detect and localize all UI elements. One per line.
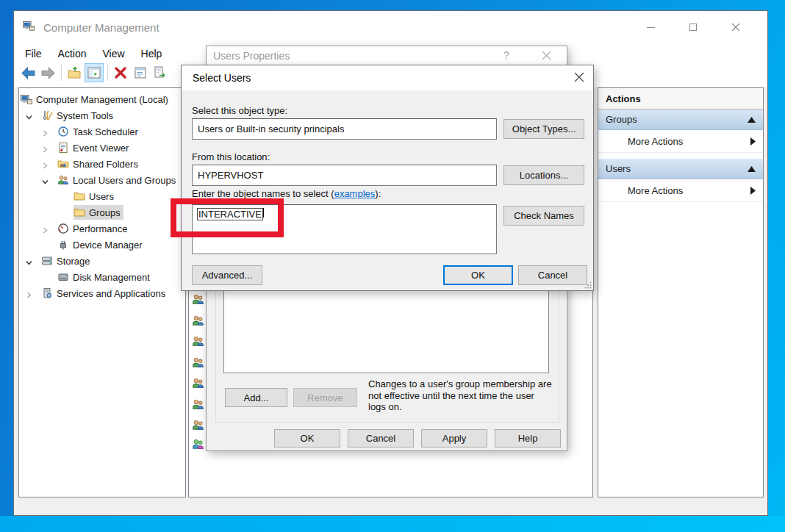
actions-pane-title: Actions [598, 88, 763, 109]
advanced-button[interactable]: Advanced... [192, 265, 262, 285]
close-icon [731, 23, 740, 32]
delete-x-icon [113, 65, 128, 80]
chevron-right-icon[interactable] [41, 159, 50, 168]
submenu-arrow-icon [750, 137, 756, 145]
desktop-bottom-strip [0, 516, 785, 532]
properties-icon [133, 65, 148, 80]
group-icon[interactable] [192, 438, 204, 450]
menu-bar: File Action View Help [17, 46, 170, 64]
group-icon[interactable] [192, 293, 204, 306]
cancel-button[interactable]: Cancel [518, 265, 587, 285]
groups-more-actions[interactable]: More Actions [598, 130, 763, 153]
dialog-help-button[interactable]: ? [499, 49, 514, 61]
menu-help[interactable]: Help [133, 46, 171, 64]
maximize-button[interactable] [672, 17, 714, 37]
tree-item-label: Task Scheduler [73, 126, 141, 137]
delete-x-toolbar-button[interactable] [111, 63, 130, 82]
up-folder-toolbar-button[interactable] [65, 63, 84, 82]
more-actions-label: More Actions [628, 136, 683, 147]
console-tree-pane: Computer Management (Local)System ToolsT… [18, 87, 186, 497]
console-tree-toolbar-button[interactable] [85, 63, 104, 82]
chevron-right-icon[interactable] [41, 143, 50, 152]
folder-icon [74, 206, 85, 218]
help-button[interactable]: Help [495, 429, 561, 447]
ok-button[interactable]: OK [443, 265, 513, 285]
chevron-down-icon[interactable] [41, 176, 50, 184]
cancel-button[interactable]: Cancel [348, 429, 414, 447]
collapse-up-icon[interactable] [748, 117, 756, 123]
menu-view[interactable]: View [94, 46, 132, 64]
title-bar[interactable]: Computer Management [14, 11, 767, 43]
group-icon[interactable] [192, 356, 204, 369]
resize-grip[interactable] [584, 281, 592, 289]
apply-button[interactable]: Apply [421, 429, 487, 447]
locations-button[interactable]: Locations... [503, 165, 584, 185]
export-list-toolbar-button[interactable] [151, 63, 170, 82]
tree-item-users[interactable]: Users [19, 188, 185, 204]
back-toolbar-button[interactable] [18, 63, 37, 82]
toolbar [18, 62, 171, 83]
tree-item-system-tools[interactable]: System Tools [19, 107, 185, 123]
disk-management-icon [57, 271, 69, 283]
dialog-title: Select Users [193, 72, 251, 84]
group-icon[interactable] [192, 398, 204, 411]
actions-section-users[interactable]: Users [598, 159, 763, 179]
dialog-close-button[interactable] [539, 50, 553, 63]
group-icon[interactable] [192, 335, 204, 348]
tree-item-event-viewer[interactable]: Event Viewer [19, 140, 185, 156]
group-icon[interactable] [192, 377, 204, 389]
users-groups-icon [57, 174, 69, 186]
properties-toolbar-button[interactable] [131, 63, 150, 82]
chevron-right-icon[interactable] [25, 289, 34, 298]
minimize-button[interactable] [629, 17, 672, 37]
tree-item-label: Users [89, 191, 117, 202]
chevron-right-icon[interactable] [41, 127, 50, 136]
export-list-icon [153, 65, 168, 80]
add-button[interactable]: Add... [225, 388, 287, 407]
system-tools-icon [41, 109, 53, 121]
tree-item-storage[interactable]: Storage [19, 253, 185, 269]
tree-item-local-users-and-groups[interactable]: Local Users and Groups [19, 172, 185, 188]
menu-action[interactable]: Action [50, 46, 95, 64]
tree-item-performance[interactable]: Performance [19, 220, 185, 237]
users-more-actions[interactable]: More Actions [598, 179, 763, 202]
chevron-down-icon[interactable] [25, 256, 34, 265]
dialog-close-button[interactable] [571, 72, 587, 85]
object-types-button[interactable]: Object Types... [503, 119, 584, 139]
computer-icon [21, 93, 32, 105]
group-icon[interactable] [192, 419, 204, 431]
chevron-right-icon[interactable] [41, 224, 50, 233]
menu-file[interactable]: File [17, 46, 50, 64]
actions-section-groups[interactable]: Groups [598, 109, 763, 130]
tree-item-label: Local Users and Groups [73, 175, 179, 186]
chevron-down-icon[interactable] [25, 111, 34, 120]
dialog-title: Users Properties [213, 50, 290, 62]
close-icon [574, 72, 584, 82]
select-users-titlebar[interactable]: Select Users [182, 65, 593, 90]
close-button[interactable] [714, 17, 757, 37]
ok-button[interactable]: OK [274, 429, 340, 447]
tree-item-groups[interactable]: Groups [19, 204, 185, 220]
tree-item-label: Shared Folders [73, 159, 141, 170]
remove-button: Remove [293, 388, 357, 407]
tree-item-task-scheduler[interactable]: Task Scheduler [19, 123, 185, 140]
tree-item-label: Storage [57, 256, 93, 267]
location-field[interactable]: HYPERVHOST [192, 165, 497, 186]
check-names-button[interactable]: Check Names [503, 206, 584, 226]
toolbar-separator [107, 65, 108, 81]
group-icon[interactable] [192, 314, 204, 327]
folder-icon [74, 190, 85, 202]
actions-section-label: Users [606, 163, 631, 174]
tree-item-label: Device Manager [73, 240, 146, 251]
forward-toolbar-button[interactable] [38, 63, 57, 82]
tree-item-services-and-applications[interactable]: Services and Applications [19, 285, 185, 301]
forward-icon [40, 65, 56, 81]
tree-item-device-manager[interactable]: Device Manager [19, 237, 185, 253]
tree-item-disk-management[interactable]: Disk Management [19, 269, 185, 285]
object-type-field[interactable]: Users or Built-in security principals [192, 118, 497, 140]
collapse-up-icon[interactable] [748, 166, 756, 172]
tree-item-computer-management-local[interactable]: Computer Management (Local) [19, 91, 185, 107]
tree-item-shared-folders[interactable]: Shared Folders [19, 156, 185, 172]
from-location-label: From this location: [192, 151, 270, 162]
examples-link[interactable]: examples [334, 188, 376, 199]
